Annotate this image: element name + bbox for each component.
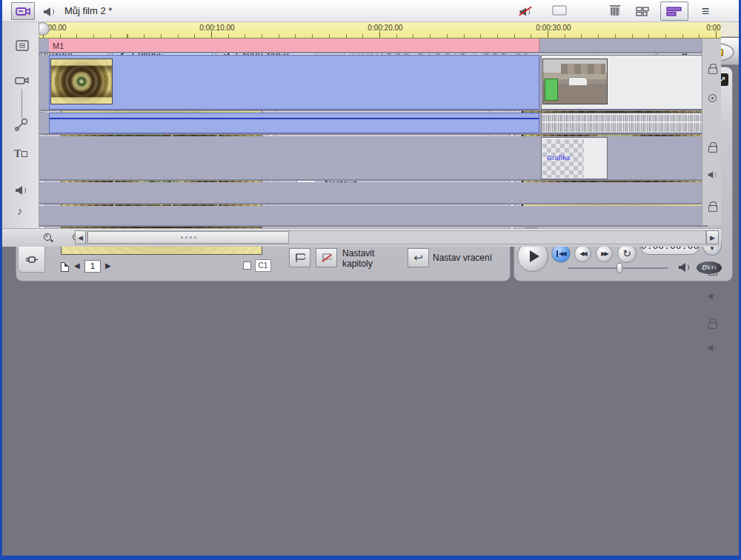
title-box xyxy=(21,151,27,157)
video-track-icon[interactable] xyxy=(14,74,30,86)
ruler-label-10s: 0:00:10.00 xyxy=(187,24,247,32)
video-track xyxy=(39,55,708,111)
track-lock-column xyxy=(702,39,721,225)
music-track-icon[interactable]: ♪ xyxy=(17,204,23,217)
video-audio-link-line xyxy=(21,89,22,119)
grip-dot xyxy=(181,236,183,239)
tool-effects[interactable] xyxy=(18,246,45,273)
rewind-icon: ◀◀ xyxy=(579,250,585,257)
toolbox-camcorder-button[interactable] xyxy=(11,2,35,20)
title-clip[interactable]: Grafika xyxy=(541,137,608,179)
audio-toolbox-icon[interactable] xyxy=(44,7,54,16)
play-icon xyxy=(530,250,539,262)
title-track-icon[interactable]: T xyxy=(14,148,27,160)
ruler-label-30s: 0:00:30.00 xyxy=(524,24,583,32)
ruler-major-ticks xyxy=(43,31,721,38)
volume-speaker-icon[interactable] xyxy=(679,263,689,272)
set-return-button[interactable]: ↩ xyxy=(408,248,429,267)
timeline-toolbar: Můj film 2 * ≡ xyxy=(2,0,721,22)
street-video-clip[interactable] xyxy=(541,55,708,110)
video-track-lock-icon[interactable] xyxy=(708,64,716,73)
scroll-left-button[interactable]: ◀ xyxy=(75,230,86,244)
waveform-left xyxy=(542,115,706,121)
timeline-scrollbar-thumb[interactable] xyxy=(87,231,289,244)
sound-effects-track xyxy=(39,182,708,204)
menu-video-clip[interactable] xyxy=(49,55,539,110)
scroll-right-button[interactable]: ▶ xyxy=(706,230,719,244)
title-track: Grafika xyxy=(39,136,708,181)
volume-slider-handle[interactable] xyxy=(617,263,622,273)
street-buildings xyxy=(561,64,605,74)
audio-track-lock-icon[interactable] xyxy=(708,142,716,151)
timeline-ruler[interactable]: 0:00:00.00 0:00:10.00 0:00:20.00 0:00:30… xyxy=(39,22,721,39)
street-white-car xyxy=(568,77,588,86)
menu-track-icon[interactable] xyxy=(16,40,29,51)
timeline-scroll-row: + − ◀ ▶ xyxy=(2,228,721,247)
menu-marker-clip[interactable]: M1 xyxy=(49,39,539,52)
sound-effects-track-icon[interactable] xyxy=(16,186,26,195)
fast-forward-button[interactable]: ▶▶ xyxy=(596,245,613,262)
ruler-label-40s: 0:00:40.0 xyxy=(692,24,721,32)
clear-chapter-button[interactable] xyxy=(316,248,337,267)
music-track xyxy=(39,206,708,227)
go-to-start-icon: ◀◀ xyxy=(556,250,565,257)
plug-icon xyxy=(24,254,39,265)
original-audio-track-icon[interactable] xyxy=(14,117,29,132)
street-green-sign xyxy=(545,79,558,101)
title-clip-thumbnail: Grafika xyxy=(542,139,584,178)
fast-forward-icon: ▶▶ xyxy=(601,250,607,257)
title-track-lock-icon[interactable] xyxy=(708,201,716,210)
mute-slash xyxy=(519,6,533,16)
camcorder-icon xyxy=(15,5,31,17)
loop-icon: ↻ xyxy=(622,247,631,259)
menu-clip-thumbnail xyxy=(50,59,113,104)
set-chapter-button[interactable] xyxy=(289,248,310,267)
audio-track xyxy=(39,113,708,135)
application-window: 10 Pinnacle Studio Plus - Můj film 2.stx… xyxy=(0,0,741,560)
zoom-in-icon[interactable]: + xyxy=(44,233,53,243)
return-arrow-icon: ↩ xyxy=(413,251,423,264)
page-next-icon[interactable]: ▶ xyxy=(105,261,111,270)
grip-dot xyxy=(194,236,196,239)
menu-track: M1 xyxy=(39,39,708,53)
street-audio-clip[interactable] xyxy=(541,113,708,133)
audio-track-mute-icon[interactable] xyxy=(708,171,716,179)
delete-clip-icon[interactable] xyxy=(611,5,619,16)
razorblade-icon[interactable] xyxy=(552,5,567,16)
timeline-view-button[interactable] xyxy=(660,1,688,21)
timeline-title: Můj film 2 * xyxy=(64,5,112,16)
timeline-panel: Můj film 2 * ≡ xyxy=(2,0,721,247)
text-view-icon: ≡ xyxy=(702,4,710,19)
page-prev-icon[interactable]: ◀ xyxy=(74,261,80,270)
chapter-flag-icon xyxy=(295,253,305,263)
page-number: 1 xyxy=(84,260,101,273)
chapter-flag-remove-icon xyxy=(322,253,332,263)
audio-scrub-muted-icon[interactable] xyxy=(519,7,530,16)
rewind-button[interactable]: ◀◀ xyxy=(574,245,591,262)
set-chapters-label: Nastavit kapitoly xyxy=(342,248,394,269)
menu-audio-clip[interactable] xyxy=(49,113,539,133)
chapter-flag-checkbox[interactable] xyxy=(243,261,251,270)
storyboard-view-button[interactable] xyxy=(629,1,657,21)
ruler-label-20s: 0:00:20.00 xyxy=(356,24,415,32)
waveform-right xyxy=(542,123,706,132)
page-icon xyxy=(61,262,69,272)
set-return-label: Nastav vracení xyxy=(433,253,492,263)
menu-marker-label: M1 xyxy=(53,41,64,50)
grip-dot xyxy=(190,236,192,239)
storyboard-view-icon xyxy=(636,7,651,16)
grip-dot xyxy=(185,236,187,239)
text-view-button[interactable]: ≡ xyxy=(691,1,720,21)
audio-volume-line[interactable] xyxy=(50,118,539,119)
street-clip-thumbnail xyxy=(542,59,608,104)
timeline-view-icon xyxy=(666,7,682,16)
title-clip-text: Grafika xyxy=(547,154,570,161)
chapter-tag: C1 xyxy=(255,259,271,272)
video-track-visibility-icon[interactable] xyxy=(708,94,717,102)
